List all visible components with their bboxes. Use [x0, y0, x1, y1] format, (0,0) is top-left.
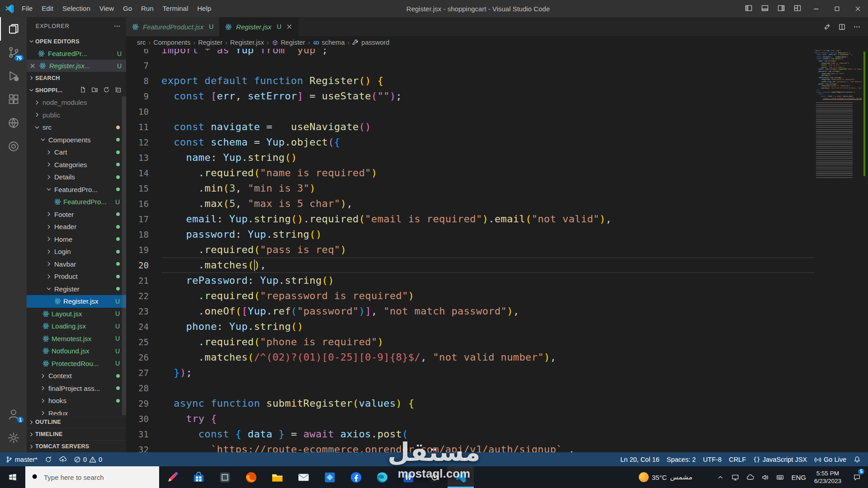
tree-item-details[interactable]: Details — [27, 171, 126, 183]
code-line-15[interactable]: 15 .min(3, "min is 3") — [126, 181, 815, 196]
language-status[interactable]: {}JavaScript JSX — [750, 452, 811, 466]
toggle-panel-icon[interactable] — [757, 4, 773, 12]
tree-item-context[interactable]: Context — [27, 370, 126, 382]
tree-item-login[interactable]: Login — [27, 245, 126, 258]
menu-view[interactable]: View — [95, 0, 118, 17]
problems-status[interactable]: 00 — [70, 452, 106, 466]
menu-file[interactable]: File — [17, 0, 37, 17]
code-line-23[interactable]: 23 .oneOf([Yup.ref("password")], "not ma… — [126, 304, 815, 319]
tree-item-loading-jsx[interactable]: Loading.jsxU — [27, 320, 126, 333]
menu-help[interactable]: Help — [193, 0, 216, 17]
notifications-status[interactable] — [850, 452, 864, 466]
toggle-secondary-sidebar-icon[interactable] — [773, 4, 789, 12]
minimap[interactable]: import * as Yup from "yup";export defaul… — [815, 49, 862, 452]
tray-cloud-icon[interactable] — [743, 466, 758, 488]
toggle-sidebar-icon[interactable] — [741, 4, 757, 12]
action-center-button[interactable]: 5 — [846, 466, 868, 488]
code-area[interactable]: 6import * as Yup from "yup";78export def… — [126, 49, 815, 452]
ellipsis-icon[interactable] — [850, 23, 863, 31]
section-timeline[interactable]: TIMELINE — [27, 428, 126, 440]
code-line-17[interactable]: 17 email: Yup.string().required("email i… — [126, 211, 815, 227]
taskbar-facebook-icon[interactable] — [343, 466, 369, 488]
code-line-22[interactable]: 22 .required("repassword is required") — [126, 288, 815, 304]
publish-status[interactable] — [56, 452, 70, 466]
new-folder-icon[interactable] — [91, 86, 98, 94]
sync-status[interactable] — [41, 452, 56, 466]
code-line-29[interactable]: 29 async function submitRegister(values)… — [126, 396, 815, 411]
tray-monitor-icon[interactable] — [728, 466, 743, 488]
go-live-status[interactable]: Go Live — [811, 452, 850, 466]
indentation-status[interactable]: Spaces: 2 — [663, 452, 700, 466]
tree-item-hooks[interactable]: hooks — [27, 394, 126, 407]
code-line-21[interactable]: 21 rePassword: Yup.string() — [126, 273, 815, 288]
breadcrumb-register-jsx[interactable]: Register.jsx — [229, 39, 265, 46]
taskbar-mail-icon[interactable] — [290, 466, 316, 488]
menu-run[interactable]: Run — [137, 0, 158, 17]
activity-account-icon[interactable]: 1 — [0, 403, 27, 426]
code-line-24[interactable]: 24 phone: Yup.string() — [126, 319, 815, 334]
code-line-14[interactable]: 14 .required("name is required") — [126, 165, 815, 181]
more-actions-icon[interactable] — [113, 23, 121, 30]
tree-item-layout-jsx[interactable]: Layout.jsxU — [27, 308, 126, 320]
code-line-9[interactable]: 9 const [err, setError] = useState(""); — [126, 89, 815, 104]
tree-item-register-jsx[interactable]: Register.jsxU — [27, 295, 126, 308]
window-minimize-button[interactable] — [806, 0, 826, 17]
activity-settings-icon[interactable] — [0, 426, 27, 450]
taskbar-photos-icon[interactable] — [316, 466, 343, 488]
breadcrumb-register[interactable]: Register — [197, 39, 223, 46]
split-editor-icon[interactable] — [835, 23, 849, 31]
activity-source-control-icon[interactable]: 76 — [0, 41, 27, 64]
breadcrumb-schema[interactable]: schema — [312, 39, 346, 46]
weather-widget[interactable]: 35°Cمشمس — [635, 466, 713, 488]
activity-run-debug-icon[interactable] — [0, 64, 27, 88]
customize-layout-icon[interactable] — [789, 4, 806, 12]
taskbar-store-icon[interactable] — [185, 466, 212, 488]
menu-terminal[interactable]: Terminal — [158, 0, 193, 17]
tree-item-finalproject-ass[interactable]: finalProject ass... — [27, 382, 126, 395]
menu-go[interactable]: Go — [118, 0, 137, 17]
tree-item-protectedrou[interactable]: ProtectedRou...U — [27, 357, 126, 370]
code-line-7[interactable]: 7 — [126, 58, 815, 73]
activity-files-icon[interactable] — [0, 17, 27, 41]
open-editors-header[interactable]: OPEN EDITORS — [27, 35, 126, 47]
code-line-32[interactable]: 32 `https://route-ecommerce.onrender.com… — [126, 442, 815, 452]
code-line-11[interactable]: 11 const navigate = useNavigate() — [126, 119, 815, 135]
activity-extensions-icon[interactable] — [0, 88, 27, 111]
taskbar-vscode-icon[interactable] — [448, 466, 474, 488]
tree-item-node-modules[interactable]: node_modules — [27, 96, 126, 109]
refresh-icon[interactable] — [103, 86, 110, 94]
open-editor-register-jsx[interactable]: Register.jsx...U — [27, 60, 126, 72]
tree-item-product[interactable]: Product — [27, 270, 126, 283]
close-icon[interactable] — [286, 23, 293, 30]
breadcrumb-register[interactable]: Register — [271, 39, 306, 46]
code-line-6[interactable]: 6import * as Yup from "yup"; — [126, 49, 815, 58]
taskbar-taskview-icon[interactable] — [212, 466, 238, 488]
touch-keyboard-icon[interactable] — [773, 466, 788, 488]
breadcrumb-password[interactable]: password — [351, 39, 390, 46]
close-icon[interactable] — [29, 62, 36, 70]
clock[interactable]: 5:55 PM6/23/2023 — [810, 466, 846, 488]
breadcrumb-components[interactable]: Components — [152, 39, 191, 46]
taskbar-search[interactable]: Type here to search — [25, 466, 159, 488]
input-language[interactable]: ENG — [788, 466, 810, 488]
compare-icon[interactable] — [821, 23, 834, 31]
code-line-30[interactable]: 30 try { — [126, 411, 815, 427]
code-line-16[interactable]: 16 .max(5, "max is 5 char"), — [126, 196, 815, 211]
tree-item-memotest-jsx[interactable]: Memotest.jsxU — [27, 333, 126, 345]
new-file-icon[interactable] — [80, 86, 86, 94]
overview-ruler-scrollbar[interactable] — [862, 49, 868, 452]
taskbar-file-explorer-icon[interactable] — [264, 466, 290, 488]
activity-remote-icon[interactable] — [0, 111, 27, 135]
section-tomcat-servers[interactable]: TOMCAT SERVERS — [27, 440, 126, 452]
search-section-header[interactable]: SEARCH — [27, 72, 126, 84]
open-editor-featuredpr[interactable]: FeaturedPr...U — [27, 47, 126, 60]
tree-item-register[interactable]: Register — [27, 283, 126, 296]
menu-selection[interactable]: Selection — [58, 0, 95, 17]
eol-status[interactable]: CRLF — [725, 452, 750, 466]
code-line-19[interactable]: 19 .required("pass is req") — [126, 242, 815, 258]
git-branch-status[interactable]: master* — [2, 452, 41, 466]
tree-item-header[interactable]: Header — [27, 221, 126, 233]
tree-item-home[interactable]: Home — [27, 233, 126, 246]
code-line-26[interactable]: 26 .matches(/^(02)?(01)[0-25][0-9]{8}$/,… — [126, 350, 815, 365]
tree-item-public[interactable]: public — [27, 109, 126, 122]
